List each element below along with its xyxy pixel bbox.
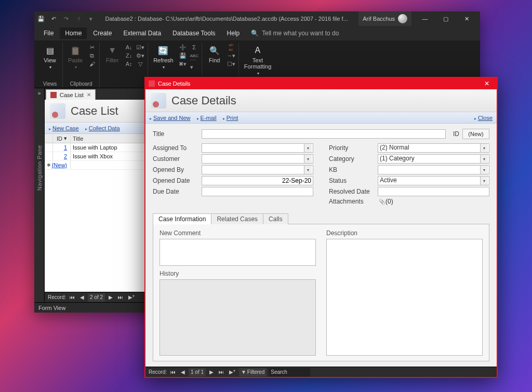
menu-database-tools[interactable]: Database Tools [167,28,221,39]
kb-combo[interactable] [378,165,489,174]
tab-case-list[interactable]: Case List ✕ [46,89,96,100]
view-button[interactable]: ▤ View [41,43,59,71]
format-painter-icon[interactable]: 🖌 [88,60,96,67]
id-column-header[interactable]: ID ▾ [53,134,71,143]
new-case-link[interactable]: New Case [49,125,79,131]
title-input[interactable] [202,129,446,139]
tab-related-cases[interactable]: Related Cases [211,213,263,224]
customer-combo[interactable] [202,154,313,164]
cut-icon[interactable]: ✂ [88,44,96,51]
replace-icon[interactable]: abac [227,44,235,51]
menu-file[interactable]: File [38,28,59,39]
close-icon[interactable]: ✕ [480,80,494,87]
ribbon-group-clipboard: Clipboard [70,80,92,88]
first-record-icon[interactable]: ⏮ [68,294,76,300]
form-icon [149,80,155,87]
select-icon[interactable]: ☐▾ [227,60,235,67]
new-comment-input[interactable] [159,239,316,266]
selection-icon[interactable]: ☑▾ [136,44,144,51]
due-date-input[interactable] [202,187,313,196]
next-record-icon[interactable]: ▶ [107,294,114,300]
touch-mode-icon[interactable]: ☝︎ [75,15,82,22]
record-position[interactable]: 2 of 2 [88,293,105,302]
tab-label: Case List [60,92,84,98]
new-record-nav-icon[interactable]: ▶* [127,294,136,300]
dialog-record-navigator: Record: ⏮ ◀ 1 of 1 ▶ ⏭ ▶* ▼ Filtered Sea… [145,367,497,377]
status-left: Form View [38,305,65,311]
minimize-button[interactable]: — [415,11,435,26]
menu-help[interactable]: Help [222,28,245,39]
customer-label: Customer [153,155,202,163]
print-link[interactable]: Print [223,115,238,121]
close-form-link[interactable]: Close [474,115,493,121]
goto-icon[interactable]: →▾ [227,52,235,59]
redo-icon[interactable]: ↷ [62,15,70,22]
last-record-icon[interactable]: ⏭ [217,369,225,375]
close-button[interactable]: ✕ [456,11,477,26]
last-record-icon[interactable]: ⏭ [116,294,125,300]
tell-me-search[interactable]: 🔍 Tell me what you want to do [251,30,339,37]
row-id[interactable]: 2 [53,152,71,160]
more-icon[interactable]: ⋯▾ [190,60,198,67]
expand-navpane-icon[interactable]: » [38,88,41,98]
save-and-new-link[interactable]: Save and New [150,115,191,121]
titlebar: 💾 ↶ ↷ ☝︎ ▾ Database2 : Database- C:\User… [34,11,480,26]
refresh-button[interactable]: 🔄 Refresh [151,43,176,71]
row-id[interactable]: 1 [53,143,71,152]
new-comment-label: New Comment [159,229,316,237]
remove-sort-icon[interactable]: A↕ [125,60,133,67]
select-column[interactable] [45,134,53,143]
tell-me-placeholder: Tell me what you want to do [262,30,339,37]
resolved-date-input[interactable] [378,187,489,196]
filtered-indicator[interactable]: ▼ Filtered [239,368,267,376]
advanced-icon[interactable]: ⚙▾ [136,52,144,59]
copy-icon[interactable]: ⧉ [88,52,96,59]
id-value: (New) [462,129,489,139]
first-record-icon[interactable]: ⏮ [169,369,177,375]
undo-icon[interactable]: ↶ [50,15,57,22]
opened-by-combo[interactable] [202,165,313,174]
search-box[interactable]: Search [269,368,310,376]
text-formatting-icon: A [251,44,264,57]
save-icon[interactable]: 💾 [37,15,45,22]
close-tab-icon[interactable]: ✕ [87,92,91,98]
sort-asc-icon[interactable]: A↓ [125,44,133,51]
email-link[interactable]: E-mail [197,115,217,121]
prev-record-icon[interactable]: ◀ [179,369,187,375]
sort-desc-icon[interactable]: Z↓ [125,52,133,59]
delete-record-icon[interactable]: ✖▾ [179,60,187,67]
new-record-icon[interactable]: ➕ [179,44,187,51]
filter-button[interactable]: ▼ Filter [103,43,122,64]
category-combo[interactable]: (1) Category [378,154,489,164]
tab-case-information[interactable]: Case Information [153,213,211,224]
find-button[interactable]: 🔍 Find [205,43,224,64]
prev-record-icon[interactable]: ◀ [78,294,86,300]
assigned-to-combo[interactable] [202,143,313,153]
refresh-icon: 🔄 [156,44,170,57]
next-record-icon[interactable]: ▶ [208,369,215,375]
paste-button[interactable]: 📋 Paste [66,43,85,71]
menu-home[interactable]: Home [60,28,87,39]
user-chip[interactable]: Arif Bacchus [358,11,411,26]
status-combo[interactable]: Active [378,176,489,185]
menu-external-data[interactable]: External Data [118,28,166,39]
maximize-button[interactable]: ▢ [435,11,456,26]
dialog-titlebar[interactable]: Case Details ✕ [145,78,497,89]
tab-calls[interactable]: Calls [263,213,288,224]
history-box[interactable] [159,279,316,356]
view-icon: ▤ [43,44,57,57]
qat-customize-icon[interactable]: ▾ [87,15,95,22]
totals-icon[interactable]: Σ [190,44,198,51]
attachments-value[interactable]: (0) [378,198,393,205]
record-position[interactable]: 1 of 1 [189,368,206,376]
priority-combo[interactable]: (2) Normal [378,143,489,153]
description-input[interactable] [326,239,483,356]
opened-date-input[interactable] [202,176,313,185]
text-formatting-button[interactable]: A Text Formatting [242,43,274,77]
menu-create[interactable]: Create [88,28,117,39]
collect-data-link[interactable]: Collect Data [85,125,120,131]
navigation-pane-collapsed[interactable]: » Navigation Pane [34,88,45,302]
toggle-filter-icon[interactable]: ▽ [136,60,144,67]
save-record-icon[interactable]: 💾 [179,52,187,59]
new-record-nav-icon[interactable]: ▶* [228,369,237,375]
